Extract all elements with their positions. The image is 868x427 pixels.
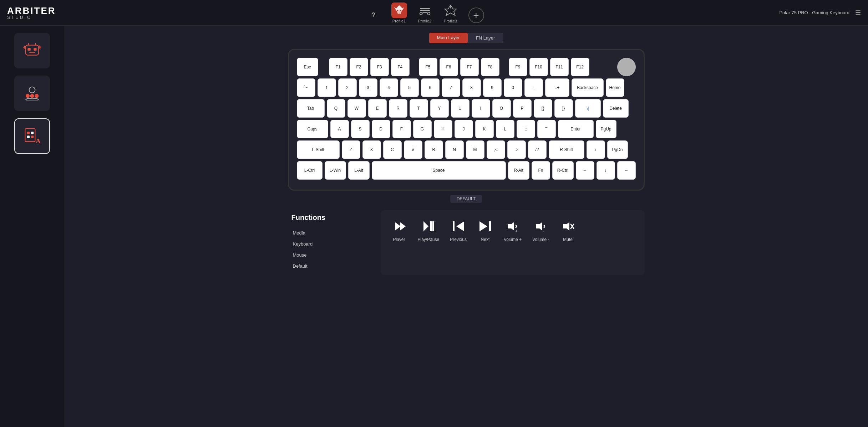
key-f2[interactable]: F2: [350, 58, 368, 76]
key-i[interactable]: I: [472, 99, 490, 118]
key-f10[interactable]: F10: [529, 58, 548, 76]
key-pgdn[interactable]: PgDn: [607, 140, 628, 159]
key-f[interactable]: F: [392, 120, 411, 138]
main-layer-tab[interactable]: Main Layer: [429, 33, 468, 43]
key-a[interactable]: A: [330, 120, 349, 138]
key-p[interactable]: P: [513, 99, 532, 118]
key-1[interactable]: 1: [318, 78, 336, 97]
media-volume-up-button[interactable]: + Volume +: [504, 218, 522, 242]
key-g[interactable]: G: [413, 120, 432, 138]
key-space[interactable]: Space: [372, 161, 506, 180]
key-minus[interactable]: -_: [524, 78, 543, 97]
media-playpause-button[interactable]: Play/Pause: [418, 218, 440, 242]
functions-menu-default[interactable]: Default: [288, 261, 381, 272]
key-o[interactable]: O: [492, 99, 511, 118]
key-w[interactable]: W: [347, 99, 366, 118]
key-c[interactable]: C: [383, 140, 402, 159]
key-m[interactable]: M: [466, 140, 484, 159]
key-t[interactable]: T: [410, 99, 428, 118]
key-s[interactable]: S: [351, 120, 370, 138]
key-f5[interactable]: F5: [419, 58, 437, 76]
key-3[interactable]: 3: [359, 78, 377, 97]
key-quote[interactable]: '": [537, 120, 556, 138]
key-r[interactable]: R: [389, 99, 407, 118]
sidebar-macro-button[interactable]: [14, 76, 50, 111]
key-equals[interactable]: =+: [545, 78, 569, 97]
profile1-button[interactable]: Profile1: [388, 1, 411, 25]
key-v[interactable]: V: [404, 140, 422, 159]
key-l[interactable]: L: [496, 120, 514, 138]
key-esc[interactable]: Esc: [297, 58, 318, 76]
media-volume-down-button[interactable]: - Volume -: [532, 218, 549, 242]
key-lalt[interactable]: L-Alt: [348, 161, 370, 180]
key-f6[interactable]: F6: [440, 58, 458, 76]
key-up[interactable]: ↑: [587, 140, 605, 159]
key-backslash[interactable]: \|: [575, 99, 601, 118]
sidebar-lighting-button[interactable]: [14, 33, 50, 68]
key-slash[interactable]: /?: [528, 140, 547, 159]
key-backtick[interactable]: `~: [297, 78, 315, 97]
key-lctrl[interactable]: L-Ctrl: [297, 161, 323, 180]
key-2[interactable]: 2: [338, 78, 357, 97]
key-e[interactable]: E: [368, 99, 387, 118]
key-y[interactable]: Y: [430, 99, 449, 118]
key-h[interactable]: H: [434, 120, 452, 138]
key-6[interactable]: 6: [421, 78, 440, 97]
key-home[interactable]: Home: [606, 78, 624, 97]
key-lbracket[interactable]: [{: [534, 99, 552, 118]
key-x[interactable]: X: [362, 140, 381, 159]
key-f1[interactable]: F1: [329, 58, 347, 76]
key-8[interactable]: 8: [462, 78, 481, 97]
functions-menu-mouse[interactable]: Mouse: [288, 249, 381, 261]
key-lshift[interactable]: L-Shift: [297, 140, 340, 159]
functions-menu-media[interactable]: Media: [288, 227, 381, 238]
add-profile-button[interactable]: +: [465, 6, 488, 25]
key-lwin[interactable]: L-Win: [325, 161, 346, 180]
key-tab[interactable]: Tab: [297, 99, 325, 118]
key-f4[interactable]: F4: [391, 58, 410, 76]
key-enter[interactable]: Enter: [558, 120, 594, 138]
key-right[interactable]: →: [617, 161, 636, 180]
key-rshift[interactable]: R-Shift: [549, 140, 584, 159]
help-button[interactable]: ?: [362, 6, 385, 25]
key-f12[interactable]: F12: [571, 58, 589, 76]
media-player-button[interactable]: Player: [391, 218, 407, 242]
key-5[interactable]: 5: [400, 78, 419, 97]
key-u[interactable]: U: [451, 99, 469, 118]
media-next-button[interactable]: Next: [477, 218, 493, 242]
key-f9[interactable]: F9: [509, 58, 527, 76]
key-n[interactable]: N: [445, 140, 464, 159]
key-7[interactable]: 7: [442, 78, 460, 97]
key-caps[interactable]: Caps: [297, 120, 328, 138]
key-rctrl[interactable]: R-Ctrl: [552, 161, 574, 180]
key-period[interactable]: .>: [507, 140, 526, 159]
media-previous-button[interactable]: Previous: [450, 218, 467, 242]
key-ralt[interactable]: R-Alt: [508, 161, 529, 180]
key-d[interactable]: D: [372, 120, 390, 138]
key-j[interactable]: J: [455, 120, 473, 138]
key-delete[interactable]: Delete: [603, 99, 629, 118]
key-knob[interactable]: [617, 58, 636, 76]
key-semicolon[interactable]: ;:: [517, 120, 535, 138]
key-fn[interactable]: Fn: [532, 161, 550, 180]
profile2-button[interactable]: Profile2: [413, 1, 436, 25]
key-backspace[interactable]: Backspace: [572, 78, 604, 97]
key-b[interactable]: B: [425, 140, 443, 159]
sidebar-keymap-button[interactable]: A: [14, 118, 50, 154]
key-f11[interactable]: F11: [550, 58, 569, 76]
key-4[interactable]: 4: [380, 78, 398, 97]
key-f7[interactable]: F7: [460, 58, 479, 76]
key-comma[interactable]: ,<: [487, 140, 505, 159]
functions-menu-keyboard[interactable]: Keyboard: [288, 238, 381, 249]
key-left[interactable]: ←: [576, 161, 594, 180]
key-z[interactable]: Z: [342, 140, 360, 159]
key-f3[interactable]: F3: [370, 58, 389, 76]
profile3-button[interactable]: Profile3: [439, 1, 462, 25]
key-f8[interactable]: F8: [481, 58, 499, 76]
key-pgup[interactable]: PgUp: [596, 120, 616, 138]
fn-layer-tab[interactable]: FN Layer: [468, 33, 503, 43]
key-q[interactable]: Q: [327, 99, 345, 118]
key-k[interactable]: K: [475, 120, 494, 138]
media-mute-button[interactable]: Mute: [560, 218, 576, 242]
key-rbracket[interactable]: ]}: [554, 99, 573, 118]
